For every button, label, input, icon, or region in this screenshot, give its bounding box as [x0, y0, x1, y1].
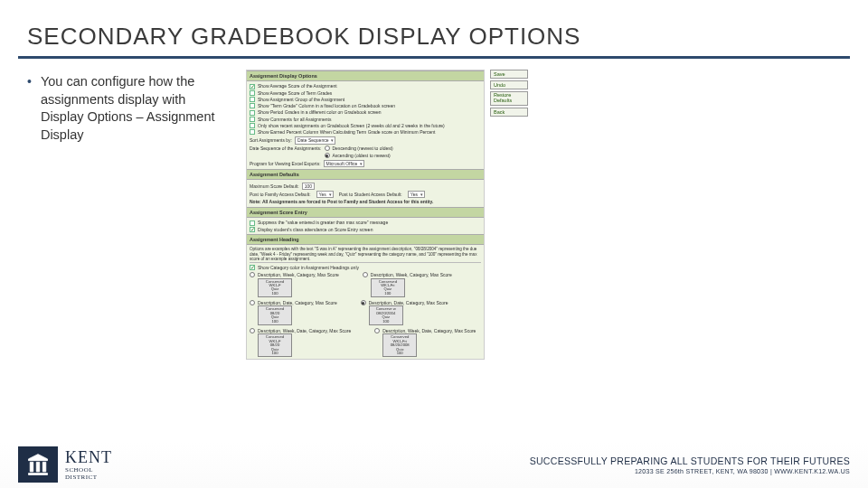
radio-h4[interactable]	[250, 328, 255, 333]
opt-label: Display student's class attendance on Sc…	[258, 227, 373, 232]
fam-select[interactable]: Yes	[316, 191, 334, 198]
chk-term-col[interactable]	[250, 103, 255, 108]
district-logo-icon	[18, 446, 58, 483]
save-button[interactable]: Save	[490, 70, 528, 79]
display-options-panel: Assignment Display Options Show Average …	[246, 70, 485, 360]
h0-label: Description, Week, Category, Max Score	[258, 272, 339, 277]
address-line: 12033 SE 256th STREET, KENT, WA 98030 | …	[530, 468, 850, 474]
h2-card: Conserved08/20Quiz100	[258, 305, 292, 325]
opt-label: Only show recent assignments on Gradeboo…	[258, 123, 445, 128]
bullet-text: You can configure how the assignments di…	[41, 73, 226, 144]
chk-recent[interactable]	[250, 123, 255, 128]
chk-suppress[interactable]	[250, 221, 255, 226]
opt-label: Show Average Score of the Assignment	[258, 83, 337, 89]
page-title: SECONDARY GRADEBOOK DISPLAY OPTIONS	[0, 0, 868, 56]
opt-label: Suppress the "value entered is greater t…	[258, 220, 388, 225]
excel-label: Program for Viewing Excel Exports:	[250, 161, 321, 166]
sec2-header: Assignment Defaults	[247, 169, 484, 180]
side-buttons: Save Undo Restore Defaults Back	[490, 70, 528, 360]
chk-avg-score[interactable]	[250, 84, 255, 89]
opt-label: Show Category color in Assignment Headin…	[258, 265, 359, 270]
maxscore-input[interactable]: 100	[302, 183, 315, 190]
opt-label: Show Period Grades in a different color …	[258, 109, 382, 115]
back-button[interactable]: Back	[490, 108, 528, 117]
radio-h3[interactable]	[361, 300, 366, 305]
restore-defaults-button[interactable]: Restore Defaults	[490, 91, 528, 106]
heading-help: Options are examples with the text "S wa…	[250, 247, 481, 261]
dateseq-label: Date Sequence of the Assignments:	[250, 145, 322, 151]
bullet-dot-icon: •	[27, 73, 32, 144]
radio-asc[interactable]	[325, 153, 330, 158]
chk-period-color[interactable]	[250, 110, 255, 116]
chk-cat-color[interactable]	[250, 265, 255, 270]
fam-label: Post to Family Access Default:	[250, 192, 311, 197]
radio-label: Ascending (oldest to newest)	[333, 153, 391, 158]
stu-label: Post to Student Access Default:	[339, 192, 402, 197]
radio-h1[interactable]	[363, 272, 368, 277]
footer: KENT SCHOOL DISTRICT SUCCESSFULLY PREPAR…	[0, 443, 868, 488]
sort-label: Sort Assignments by:	[250, 137, 292, 143]
h0-card: ConservedWK1-FQuiz100	[258, 278, 292, 298]
bullet-item: • You can configure how the assignments …	[27, 73, 226, 144]
h4-label: Description, Week, Date, Category, Max S…	[258, 328, 351, 333]
h3-label: Description, Date, Category, Max Score	[369, 300, 448, 305]
h4-card: ConservedWK1-F08/20Quiz100	[258, 333, 292, 357]
sort-select[interactable]: Date Sequence	[295, 136, 335, 144]
opt-label: Show Assignment Group of the Assignment	[258, 97, 344, 102]
maxscore-label: Maximum Score Default:	[250, 183, 299, 189]
h3-card: Conserve w08/20/2004Quiz100	[369, 305, 403, 325]
radio-desc[interactable]	[325, 145, 330, 151]
radio-h0[interactable]	[250, 272, 255, 277]
excel-select[interactable]: Microsoft Office	[324, 160, 365, 167]
opt-label: Show Earned Percent Column When Calculat…	[258, 129, 435, 135]
opt-label: Show Comments for all Assignments	[258, 117, 331, 122]
h1-label: Description, Week, Category, Max Score	[371, 272, 452, 277]
h1-card: ConservedWK1-FriQuiz100	[371, 278, 405, 298]
tagline: SUCCESSFULLY PREPARING ALL STUDENTS FOR …	[530, 455, 850, 466]
chk-earned-pct[interactable]	[250, 129, 255, 135]
brand-name: KENT	[65, 448, 112, 467]
h5-card: ConservedWK1-Fri08/20/2008Quiz100	[382, 333, 417, 357]
radio-h5[interactable]	[374, 328, 380, 333]
sec1-header: Assignment Display Options	[247, 70, 484, 81]
chk-assign-group[interactable]	[250, 97, 255, 102]
chk-comments[interactable]	[250, 117, 255, 122]
sec4-header: Assignment Heading	[247, 234, 484, 245]
opt-label: Show "Term Grade" Column in a fixed loca…	[258, 103, 395, 108]
sec3-header: Assignment Score Entry	[247, 207, 484, 218]
radio-h2[interactable]	[250, 300, 255, 305]
radio-label: Descending (newest to oldest)	[333, 145, 393, 151]
opt-label: Show Average Score of Term Grades	[258, 90, 332, 96]
brand-sub2: DISTRICT	[65, 474, 112, 481]
chk-avg-term[interactable]	[250, 90, 255, 96]
defaults-note: Note: All Assignments are forced to Post…	[250, 199, 433, 204]
undo-button[interactable]: Undo	[490, 80, 528, 89]
chk-attendance[interactable]	[250, 227, 255, 232]
title-rule	[18, 56, 850, 59]
h2-label: Description, Date, Category, Max Score	[258, 300, 337, 305]
stu-select[interactable]: Yes	[408, 191, 425, 198]
h5-label: Description, Week, Date, Category, Max S…	[382, 328, 476, 333]
